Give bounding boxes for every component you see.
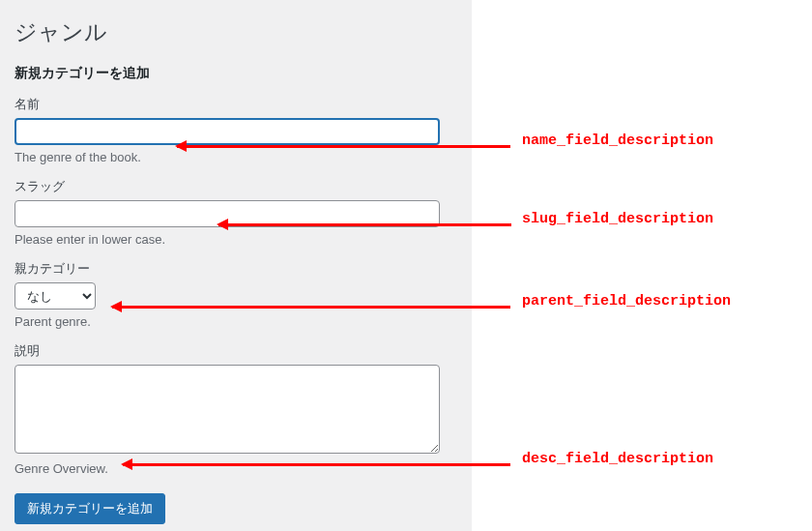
page-title: ジャンル xyxy=(14,17,457,47)
name-help-text: The genre of the book. xyxy=(14,150,457,164)
parent-field-group: 親カテゴリー なし Parent genre. xyxy=(14,260,457,329)
slug-help-text: Please enter in lower case. xyxy=(14,232,457,247)
name-input[interactable] xyxy=(14,118,440,145)
add-category-form: ジャンル 新規カテゴリーを追加 名前 The genre of the book… xyxy=(0,0,472,531)
parent-help-text: Parent genre. xyxy=(14,314,457,329)
annotation-label-name: name_field_description xyxy=(522,133,713,149)
annotation-label-desc: desc_field_description xyxy=(522,451,713,467)
name-field-group: 名前 The genre of the book. xyxy=(14,96,457,164)
form-subheading: 新規カテゴリーを追加 xyxy=(14,65,457,82)
submit-button[interactable]: 新規カテゴリーを追加 xyxy=(14,493,165,524)
desc-field-group: 説明 Genre Overview. xyxy=(14,342,457,476)
parent-label: 親カテゴリー xyxy=(14,260,457,278)
parent-select[interactable]: なし xyxy=(14,282,96,310)
annotation-label-slug: slug_field_description xyxy=(522,211,713,227)
slug-label: スラッグ xyxy=(14,178,457,195)
desc-textarea[interactable] xyxy=(14,365,440,454)
annotation-label-parent: parent_field_description xyxy=(522,293,731,310)
desc-label: 説明 xyxy=(14,342,457,360)
slug-field-group: スラッグ Please enter in lower case. xyxy=(14,178,457,247)
name-label: 名前 xyxy=(14,96,457,113)
